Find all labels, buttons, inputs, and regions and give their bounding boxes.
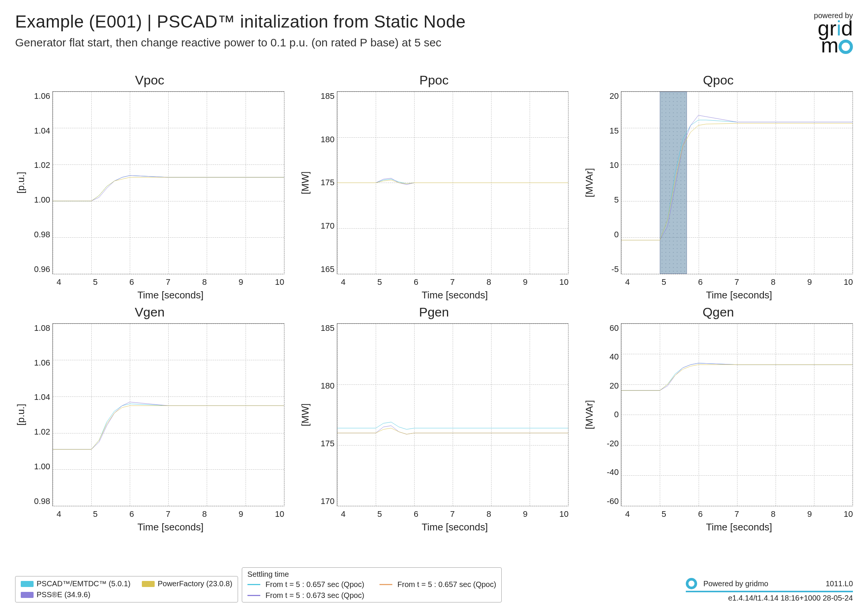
xlabel-pgen: Time [seconds] bbox=[341, 522, 569, 533]
chart-qgen: Qgen[MVAr]6040200-20-40-6045678910Time [… bbox=[584, 305, 853, 526]
legend-item-psse: PSS®E (34.9.6) bbox=[21, 590, 130, 599]
yaxis-vgen: 1.081.061.041.021.000.98 bbox=[30, 323, 53, 506]
plot-pgen bbox=[337, 323, 569, 506]
yaxis-pgen: 185180175170 bbox=[314, 323, 337, 506]
swatch-pscad bbox=[21, 581, 34, 587]
series-line-vpoc-2 bbox=[53, 177, 284, 201]
series-legend: PSCAD™/EMTDC™ (5.0.1) PSS®E (34.9.6) Pow… bbox=[15, 576, 238, 602]
xlabel-ppoc: Time [seconds] bbox=[341, 289, 569, 301]
settling-title: Settling time bbox=[248, 570, 496, 579]
xlabel-qgen: Time [seconds] bbox=[625, 522, 853, 533]
series-line-qgen-0 bbox=[621, 363, 852, 390]
chart-vgen: Vgen[p.u.]1.081.061.041.021.000.98456789… bbox=[15, 305, 284, 526]
settling-legend: Settling time From t = 5 : 0.657 sec (Qp… bbox=[242, 567, 502, 602]
plot-vgen bbox=[53, 323, 284, 506]
page-subtitle: Generator flat start, then change reacti… bbox=[15, 36, 466, 49]
logo-block: powered by grid m bbox=[814, 11, 853, 54]
yaxis-vpoc: 1.061.041.021.000.980.96 bbox=[30, 91, 53, 274]
ylabel-qgen: [MVAr] bbox=[584, 323, 595, 506]
xaxis-vpoc: 45678910 bbox=[57, 277, 284, 287]
chart-qpoc: Qpoc[MVAr]20151050-545678910Time [second… bbox=[584, 73, 853, 293]
ylabel-vgen: [p.u.] bbox=[15, 323, 27, 506]
settling-item-0: From t = 5 : 0.657 sec (Qpoc) bbox=[248, 580, 364, 589]
plot-vpoc bbox=[53, 91, 284, 274]
chart-ppoc: Ppoc[MW]18518017517016545678910Time [sec… bbox=[299, 73, 569, 293]
logo-ring-icon bbox=[839, 40, 853, 54]
xaxis-qpoc: 45678910 bbox=[625, 277, 853, 287]
xlabel-qpoc: Time [seconds] bbox=[625, 289, 853, 301]
footer-ring-icon bbox=[686, 578, 697, 589]
ylabel-pgen: [MW] bbox=[299, 323, 311, 506]
xaxis-vgen: 45678910 bbox=[57, 509, 284, 519]
series-line-ppoc-1 bbox=[337, 178, 569, 185]
series-line-vgen-0 bbox=[53, 404, 284, 449]
series-line-vgen-1 bbox=[53, 402, 284, 449]
chart-title-qgen: Qgen bbox=[584, 305, 853, 320]
series-line-vpoc-1 bbox=[53, 175, 284, 201]
plot-qgen bbox=[621, 323, 853, 506]
settling-item-1: From t = 5 : 0.673 sec (Qpoc) bbox=[248, 591, 364, 600]
swatch-psse bbox=[21, 592, 34, 598]
series-line-qgen-2 bbox=[621, 365, 852, 390]
yaxis-ppoc: 185180175170165 bbox=[314, 91, 337, 274]
series-line-ppoc-2 bbox=[337, 180, 569, 184]
footer-powered: Powered by gridmo bbox=[703, 579, 768, 588]
footer-meta: Powered by gridmo 1011.L0 e1.4.14/t1.4.1… bbox=[686, 578, 853, 602]
legend-item-powerfactory: PowerFactory (23.0.8) bbox=[142, 579, 232, 588]
swatch-powerfactory bbox=[142, 581, 155, 587]
series-line-vgen-2 bbox=[53, 405, 284, 449]
footer-code: 1011.L0 bbox=[826, 579, 853, 588]
xaxis-ppoc: 45678910 bbox=[341, 277, 569, 287]
chart-title-pgen: Pgen bbox=[299, 305, 569, 320]
series-line-qpoc-0 bbox=[621, 120, 852, 240]
series-line-vpoc-0 bbox=[53, 175, 284, 201]
series-line-pgen-2 bbox=[337, 428, 569, 434]
plot-ppoc bbox=[337, 91, 569, 274]
series-line-pgen-0 bbox=[337, 422, 569, 429]
footer-version: e1.4.14/t1.4.14 18:16+1000 28-05-24 bbox=[686, 594, 853, 602]
chart-title-vgen: Vgen bbox=[15, 305, 284, 320]
plot-qpoc bbox=[621, 91, 853, 274]
settling-item-2: From t = 5 : 0.657 sec (Qpoc) bbox=[380, 580, 496, 589]
series-line-qpoc-1 bbox=[621, 115, 852, 240]
gridmo-logo: grid m bbox=[814, 20, 853, 54]
chart-title-vpoc: Vpoc bbox=[15, 73, 284, 87]
series-line-qpoc-2 bbox=[621, 123, 852, 240]
chart-vpoc: Vpoc[p.u.]1.061.041.021.000.980.96456789… bbox=[15, 73, 284, 293]
chart-pgen: Pgen[MW]18518017517045678910Time [second… bbox=[299, 305, 569, 526]
chart-title-ppoc: Ppoc bbox=[299, 73, 569, 87]
yaxis-qpoc: 20151050-5 bbox=[598, 91, 621, 274]
ylabel-vpoc: [p.u.] bbox=[15, 91, 27, 274]
page-title: Example (E001) | PSCAD™ initalization fr… bbox=[15, 11, 466, 32]
ylabel-qpoc: [MVAr] bbox=[584, 91, 595, 274]
xaxis-qgen: 45678910 bbox=[625, 509, 853, 519]
xlabel-vgen: Time [seconds] bbox=[57, 522, 284, 533]
ylabel-ppoc: [MW] bbox=[299, 91, 311, 274]
xaxis-pgen: 45678910 bbox=[341, 509, 569, 519]
legend-item-pscad: PSCAD™/EMTDC™ (5.0.1) bbox=[21, 579, 130, 588]
xlabel-vpoc: Time [seconds] bbox=[57, 289, 284, 301]
series-line-qgen-1 bbox=[621, 363, 852, 390]
series-line-ppoc-0 bbox=[337, 179, 569, 184]
chart-title-qpoc: Qpoc bbox=[584, 73, 853, 87]
yaxis-qgen: 6040200-20-40-60 bbox=[598, 323, 621, 506]
